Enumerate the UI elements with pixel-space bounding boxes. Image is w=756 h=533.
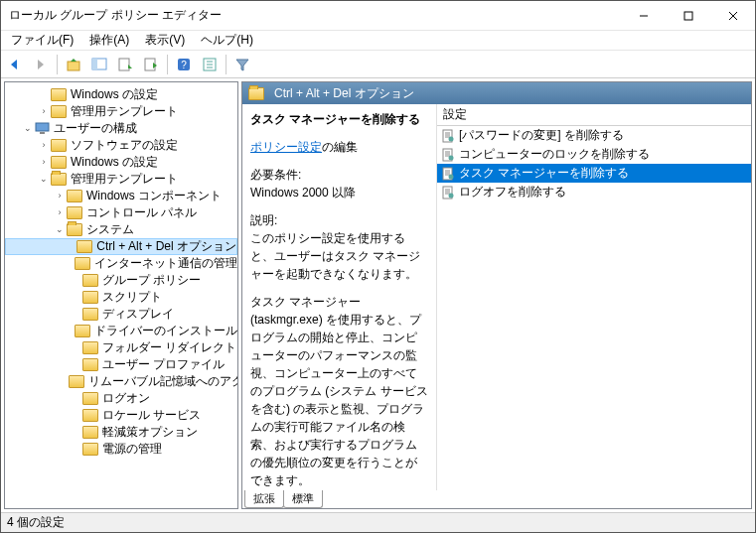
svg-rect-1 xyxy=(684,12,692,20)
status-text: 4 個の設定 xyxy=(7,514,65,531)
folder-icon xyxy=(67,206,82,219)
explanation-p2: タスク マネージャー (taskmgr.exe) を使用すると、プログラムの開始… xyxy=(250,293,428,489)
settings-row[interactable]: ログオフを削除する xyxy=(437,183,751,201)
settings-row[interactable]: タスク マネージャーを削除する xyxy=(437,164,751,183)
tree-item[interactable]: ⌄システム xyxy=(5,221,237,238)
menu-action[interactable]: 操作(A) xyxy=(83,30,135,51)
collapse-icon[interactable]: ⌄ xyxy=(37,171,51,188)
collapse-icon[interactable]: ⌄ xyxy=(21,120,35,137)
toolbar: ? xyxy=(1,51,755,78)
svg-rect-6 xyxy=(68,62,79,70)
status-bar: 4 個の設定 xyxy=(1,512,755,532)
tree-item[interactable]: ロケール サービス xyxy=(5,407,237,424)
tree-item[interactable]: ›Windows の設定 xyxy=(5,154,237,171)
expand-icon[interactable]: › xyxy=(53,204,67,221)
up-button[interactable] xyxy=(62,53,85,76)
settings-row-label: [パスワードの変更] を削除する xyxy=(459,127,624,144)
edit-policy-suffix: の編集 xyxy=(322,140,358,154)
tree-item[interactable]: Ctrl + Alt + Del オプション xyxy=(5,238,237,255)
folder-icon xyxy=(82,409,98,422)
tree-item[interactable]: リムーバブル記憶域へのアク xyxy=(5,373,237,390)
back-button[interactable] xyxy=(3,53,27,76)
tree-item-label: グループ ポリシー xyxy=(102,272,201,289)
folder-open-icon xyxy=(51,173,67,186)
tree-item[interactable]: 軽減策オプション xyxy=(5,424,237,441)
tree-item-label: Ctrl + Alt + Del オプション xyxy=(96,238,236,255)
tree-item[interactable]: ›Windows コンポーネント xyxy=(5,188,237,204)
filter-button[interactable] xyxy=(230,53,254,76)
tree-item-label: Windows の設定 xyxy=(71,86,158,103)
tree-item[interactable]: ⌄管理用テンプレート xyxy=(5,171,237,188)
menu-help[interactable]: ヘルプ(H) xyxy=(195,30,259,51)
settings-row[interactable]: コンピューターのロックを削除する xyxy=(437,145,751,164)
tree-item-label: ディスプレイ xyxy=(102,306,174,323)
tree-item[interactable]: ⌄ユーザーの構成 xyxy=(5,120,237,137)
tree-pane[interactable]: Windows の設定›管理用テンプレート⌄ユーザーの構成›ソフトウェアの設定›… xyxy=(4,81,238,509)
tree-item[interactable]: グループ ポリシー xyxy=(5,272,237,289)
export-button[interactable] xyxy=(139,53,163,76)
tree-item[interactable]: インターネット通信の管理 xyxy=(5,255,237,272)
collapse-icon[interactable]: ⌄ xyxy=(53,221,67,238)
settings-list: 設定 [パスワードの変更] を削除するコンピューターのロックを削除するタスク マ… xyxy=(437,104,751,490)
tree-item-label: Windows コンポーネント xyxy=(86,188,222,204)
tree-item-label: 電源の管理 xyxy=(102,441,162,458)
tree-item[interactable]: ›管理用テンプレート xyxy=(5,103,237,120)
close-button[interactable] xyxy=(710,1,755,30)
properties-button[interactable] xyxy=(113,53,137,76)
tree-item-label: ログオン xyxy=(102,390,150,407)
menu-file[interactable]: ファイル(F) xyxy=(5,30,79,51)
settings-row[interactable]: [パスワードの変更] を削除する xyxy=(437,126,751,145)
menu-view[interactable]: 表示(V) xyxy=(139,30,191,51)
tree-item[interactable]: ›ソフトウェアの設定 xyxy=(5,137,237,154)
help-button[interactable]: ? xyxy=(172,53,196,76)
tree: Windows の設定›管理用テンプレート⌄ユーザーの構成›ソフトウェアの設定›… xyxy=(5,82,237,462)
content-area: Windows の設定›管理用テンプレート⌄ユーザーの構成›ソフトウェアの設定›… xyxy=(1,78,755,512)
svg-point-42 xyxy=(449,193,454,198)
show-hide-tree-button[interactable] xyxy=(87,53,111,76)
folder-icon xyxy=(75,257,90,270)
description-panel: タスク マネージャーを削除する ポリシー設定の編集 必要条件:Windows 2… xyxy=(242,104,437,490)
expand-icon[interactable]: › xyxy=(37,154,51,171)
tree-item[interactable]: フォルダー リダイレクト xyxy=(5,339,237,356)
svg-rect-10 xyxy=(119,59,129,70)
toolbar-separator xyxy=(167,55,168,74)
policy-icon xyxy=(441,129,455,143)
svg-point-32 xyxy=(449,155,454,160)
expand-icon[interactable]: › xyxy=(37,137,51,154)
tab-standard[interactable]: 標準 xyxy=(283,490,323,508)
edit-policy-link[interactable]: ポリシー設定 xyxy=(250,140,322,154)
folder-icon xyxy=(82,274,98,287)
folder-icon xyxy=(82,358,98,371)
settings-row-label: ログオフを削除する xyxy=(459,184,566,200)
minimize-button[interactable] xyxy=(621,1,666,30)
computer-icon xyxy=(35,122,50,135)
tree-item[interactable]: ›コントロール パネル xyxy=(5,204,237,221)
tree-item[interactable]: ディスプレイ xyxy=(5,306,237,323)
tree-item-label: スクリプト xyxy=(102,289,162,306)
expand-icon[interactable]: › xyxy=(37,103,51,120)
tree-item-label: ソフトウェアの設定 xyxy=(71,137,178,154)
tree-item-label: Windows の設定 xyxy=(71,154,158,171)
settings-column-header[interactable]: 設定 xyxy=(437,104,751,126)
tab-extended[interactable]: 拡張 xyxy=(244,490,284,508)
requirements-label: 必要条件: xyxy=(250,168,301,182)
folder-icon xyxy=(51,88,67,101)
tree-item[interactable]: ユーザー プロファイル xyxy=(5,356,237,373)
refresh-button[interactable] xyxy=(198,53,222,76)
policy-icon xyxy=(441,148,455,162)
svg-marker-4 xyxy=(11,60,17,69)
maximize-button[interactable] xyxy=(666,1,710,30)
folder-icon xyxy=(76,240,92,253)
folder-icon xyxy=(82,308,98,321)
view-tabs: 拡張 標準 xyxy=(242,490,751,508)
folder-icon xyxy=(82,392,98,405)
expand-icon[interactable]: › xyxy=(53,188,67,204)
tree-item[interactable]: 電源の管理 xyxy=(5,441,237,458)
tree-item[interactable]: スクリプト xyxy=(5,289,237,306)
selected-policy-title: タスク マネージャーを削除する xyxy=(250,110,428,128)
tree-item[interactable]: Windows の設定 xyxy=(5,86,237,103)
forward-button[interactable] xyxy=(29,53,53,76)
tree-item[interactable]: ログオン xyxy=(5,390,237,407)
folder-icon xyxy=(82,443,98,456)
tree-item[interactable]: ドライバーのインストール xyxy=(5,323,237,339)
